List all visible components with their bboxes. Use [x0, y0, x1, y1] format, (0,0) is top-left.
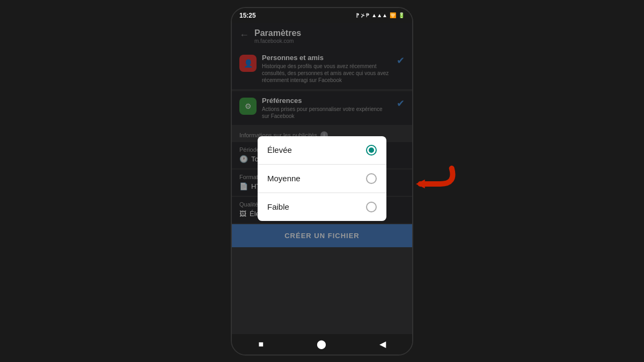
home-button[interactable]: ⬤ [317, 339, 326, 349]
signal-icon: ▲▲▲ [371, 12, 387, 18]
modal-option-faible-label: Faible [267, 202, 289, 211]
svg-marker-0 [416, 179, 425, 188]
radio-elevee[interactable] [366, 145, 377, 156]
radio-faible[interactable] [366, 202, 377, 212]
modal-option-moyenne-label: Moyenne [267, 174, 301, 183]
modal-option-elevee[interactable]: Élevée [258, 136, 386, 165]
screen: ← Paramètres m.facebook.com 👤 Personnes … [232, 23, 412, 334]
status-bar: 15:25 ⁋ ⊁ ₱ ▲▲▲ 🛜 🔋 [232, 8, 412, 23]
modal-option-elevee-label: Élevée [267, 145, 292, 154]
modal-overlay[interactable]: Élevée Moyenne Faible [232, 23, 412, 334]
battery-icon: 🔋 [398, 12, 405, 18]
modal-box: Élevée Moyenne Faible [258, 136, 386, 221]
phone-frame: 15:25 ⁋ ⊁ ₱ ▲▲▲ 🛜 🔋 ← Paramètres m.faceb… [231, 7, 413, 356]
wifi-icon: 🛜 [390, 12, 396, 18]
status-icons: ⁋ ⊁ ₱ ▲▲▲ 🛜 🔋 [356, 12, 405, 18]
status-time: 15:25 [239, 12, 256, 19]
radio-moyenne[interactable] [366, 173, 377, 184]
red-arrow-annotation [402, 162, 456, 205]
back-nav-button[interactable]: ◀ [379, 339, 386, 349]
modal-option-moyenne[interactable]: Moyenne [258, 165, 386, 193]
modal-option-faible[interactable]: Faible [258, 193, 386, 221]
bottom-nav: ■ ⬤ ◀ [232, 334, 412, 354]
notification-icons: ⁋ ⊁ ₱ [356, 12, 370, 18]
stop-button[interactable]: ■ [258, 339, 264, 349]
